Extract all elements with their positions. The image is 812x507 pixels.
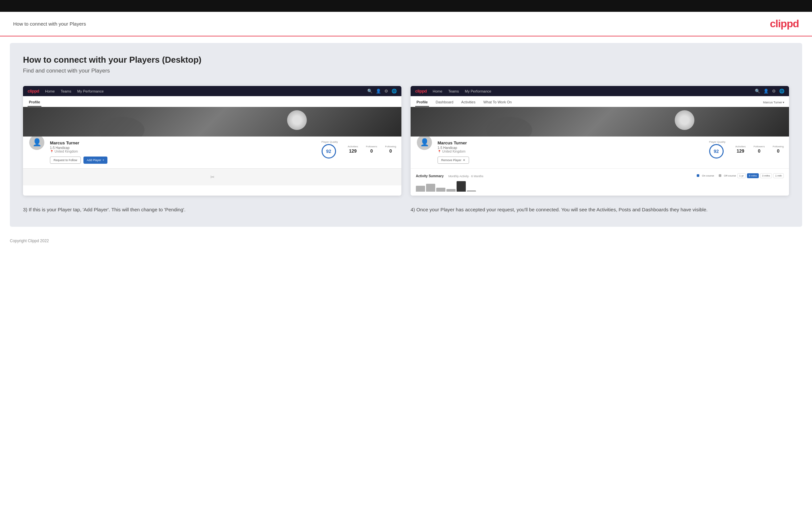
activity-controls: On course Off course 1 yr 6 mths 3 mths … bbox=[697, 173, 784, 178]
followers-stat-2: Followers 0 bbox=[754, 145, 765, 154]
search-icon-2[interactable]: 🔍 bbox=[755, 89, 760, 94]
screenshot-footer-1: ✂ bbox=[23, 168, 401, 185]
copyright: Copyright Clippd 2022 bbox=[10, 238, 49, 243]
player-location-2: 📍 United Kingdom bbox=[438, 150, 705, 153]
logo: clippd bbox=[770, 18, 799, 30]
remove-player-button[interactable]: Remove Player ✕ bbox=[438, 157, 469, 164]
add-player-button[interactable]: Add Player + bbox=[84, 157, 107, 164]
app-nav-2: clippd Home Teams My Performance 🔍 👤 ⚙ 🌐 bbox=[411, 86, 789, 96]
legend-dot-off-course bbox=[719, 174, 721, 177]
tab-bar-2: Profile Dashboard Activities What To Wor… bbox=[411, 96, 789, 107]
tab-dashboard-2[interactable]: Dashboard bbox=[434, 98, 455, 107]
chart-bar-2 bbox=[426, 184, 435, 192]
player-name-1: Marcus Turner bbox=[50, 140, 317, 146]
player-handicap-2: 1-5 Handicap bbox=[438, 146, 705, 150]
cover-image-2 bbox=[411, 107, 789, 136]
nav-home-1[interactable]: Home bbox=[45, 89, 55, 93]
player-name-2: Marcus Turner bbox=[438, 140, 705, 146]
activity-title: Activity Summary bbox=[416, 174, 444, 178]
nav-home-2[interactable]: Home bbox=[433, 89, 442, 93]
profile-info-2: Marcus Turner 1-5 Handicap 📍 United King… bbox=[438, 140, 705, 164]
tab-bar-1: Profile bbox=[23, 96, 401, 107]
nav-icons-2: 🔍 👤 ⚙ 🌐 bbox=[755, 89, 784, 94]
action-buttons-1: Request to Follow Add Player + bbox=[50, 157, 317, 164]
screenshot-1: clippd Home Teams My Performance 🔍 👤 ⚙ 🌐… bbox=[23, 86, 401, 195]
search-icon-1[interactable]: 🔍 bbox=[367, 89, 372, 94]
player-handicap-1: 1-5 Handicap bbox=[50, 146, 317, 150]
scissors-icon: ✂ bbox=[210, 174, 214, 180]
legend-label-on-course: On course bbox=[702, 174, 714, 177]
activity-summary: Activity Summary Monthly Activity · 6 Mo… bbox=[411, 168, 789, 195]
screenshot-2: clippd Home Teams My Performance 🔍 👤 ⚙ 🌐… bbox=[411, 86, 789, 195]
top-bar bbox=[0, 0, 812, 12]
followers-stat-1: Followers 0 bbox=[366, 145, 377, 154]
user-icon-1[interactable]: 👤 bbox=[376, 89, 381, 94]
avatar-icon-1: 👤 bbox=[33, 138, 41, 147]
period-btn-1yr[interactable]: 1 yr bbox=[738, 173, 746, 178]
action-buttons-2: Remove Player ✕ bbox=[438, 157, 705, 164]
header: How to connect with your Players clippd bbox=[0, 12, 812, 37]
period-btn-1mth[interactable]: 1 mth bbox=[773, 173, 784, 178]
quality-block-2: Player Quality 92 bbox=[709, 140, 726, 159]
app-nav-1: clippd Home Teams My Performance 🔍 👤 ⚙ 🌐 bbox=[23, 86, 401, 96]
pin-icon-2: 📍 bbox=[438, 150, 441, 153]
chart-bar-1 bbox=[416, 186, 425, 192]
settings-icon-2[interactable]: ⚙ bbox=[772, 89, 776, 94]
quality-block-1: Player Quality 92 bbox=[321, 140, 338, 159]
tab-activities-2[interactable]: Activities bbox=[460, 98, 476, 107]
profile-section-1: 👤 Marcus Turner 1-5 Handicap 📍 United Ki… bbox=[23, 136, 401, 168]
user-dropdown-2[interactable]: Marcus Turner ▾ bbox=[763, 98, 784, 107]
profile-section-2: 👤 Marcus Turner 1-5 Handicap 📍 United Ki… bbox=[411, 136, 789, 168]
footer: Copyright Clippd 2022 bbox=[0, 233, 812, 248]
nav-icons-1: 🔍 👤 ⚙ 🌐 bbox=[367, 89, 397, 94]
activity-period: Monthly Activity · 6 Months bbox=[448, 175, 484, 178]
screenshots-row: clippd Home Teams My Performance 🔍 👤 ⚙ 🌐… bbox=[23, 86, 789, 195]
description-1: 3) If this is your Player tap, 'Add Play… bbox=[23, 206, 401, 214]
tab-profile-2[interactable]: Profile bbox=[415, 98, 429, 107]
app-logo-2: clippd bbox=[415, 89, 427, 94]
header-title: How to connect with your Players bbox=[13, 21, 86, 26]
tab-profile-1[interactable]: Profile bbox=[28, 98, 41, 107]
nav-teams-2[interactable]: Teams bbox=[448, 89, 459, 93]
period-btn-3mths[interactable]: 3 mths bbox=[760, 173, 772, 178]
activities-stat-2: Activities 129 bbox=[735, 145, 746, 154]
stats-row-2: Player Quality 92 Activities 129 Followe… bbox=[709, 140, 784, 159]
chart-bar-5 bbox=[457, 181, 466, 192]
main-content: How to connect with your Players (Deskto… bbox=[10, 43, 802, 227]
stat-group-1: Activities 129 Followers 0 Following 0 bbox=[348, 145, 396, 154]
main-title: How to connect with your Players (Deskto… bbox=[23, 55, 789, 65]
quality-circle-1: 92 bbox=[321, 144, 336, 159]
nav-performance-1[interactable]: My Performance bbox=[77, 89, 104, 93]
nav-performance-2[interactable]: My Performance bbox=[465, 89, 492, 93]
main-subtitle: Find and connect with your Players bbox=[23, 68, 789, 74]
cover-image-1 bbox=[23, 107, 401, 136]
avatar-icon-2: 👤 bbox=[420, 138, 429, 147]
globe-icon-1[interactable]: 🌐 bbox=[392, 89, 397, 94]
stats-row-1: Player Quality 92 Activities 129 Followe… bbox=[321, 140, 396, 159]
chart-bar-6 bbox=[467, 190, 476, 192]
profile-info-1: Marcus Turner 1-5 Handicap 📍 United King… bbox=[50, 140, 317, 164]
following-stat-2: Following 0 bbox=[773, 145, 784, 154]
tab-what-to-work-on-2[interactable]: What To Work On bbox=[482, 98, 513, 107]
globe-icon-2[interactable]: 🌐 bbox=[779, 89, 784, 94]
descriptions-row: 3) If this is your Player tap, 'Add Play… bbox=[23, 206, 789, 214]
stat-group-2: Activities 129 Followers 0 Following 0 bbox=[735, 145, 784, 154]
period-btn-6mths[interactable]: 6 mths bbox=[747, 173, 759, 178]
nav-teams-1[interactable]: Teams bbox=[61, 89, 71, 93]
request-follow-button[interactable]: Request to Follow bbox=[50, 157, 81, 164]
chart-bar-3 bbox=[436, 188, 445, 192]
activity-title-group: Activity Summary Monthly Activity · 6 Mo… bbox=[416, 173, 483, 178]
activities-stat-1: Activities 129 bbox=[348, 145, 358, 154]
legend-dot-on-course bbox=[697, 174, 699, 177]
activity-legend: On course Off course bbox=[697, 174, 736, 177]
legend-label-off-course: Off course bbox=[724, 174, 736, 177]
description-2: 4) Once your Player has accepted your re… bbox=[411, 206, 789, 214]
activity-header: Activity Summary Monthly Activity · 6 Mo… bbox=[416, 173, 784, 178]
tabs-group-2: Profile Dashboard Activities What To Wor… bbox=[415, 98, 513, 107]
user-icon-2[interactable]: 👤 bbox=[763, 89, 769, 94]
quality-circle-2: 92 bbox=[709, 144, 724, 159]
pin-icon-1: 📍 bbox=[50, 150, 54, 153]
settings-icon-1[interactable]: ⚙ bbox=[384, 89, 388, 94]
app-logo-1: clippd bbox=[28, 89, 39, 94]
player-location-1: 📍 United Kingdom bbox=[50, 150, 317, 153]
